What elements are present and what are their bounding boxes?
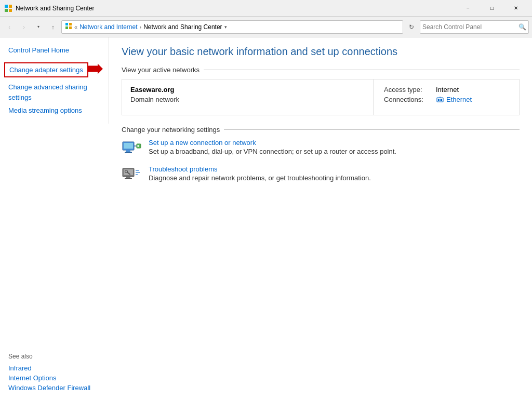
recent-button[interactable]: ▾ bbox=[32, 21, 45, 33]
svg-rect-7 bbox=[69, 26, 72, 29]
breadcrumb-sep: « bbox=[74, 24, 77, 30]
network-type: Domain network bbox=[130, 96, 365, 103]
content-area: View your basic network information and … bbox=[109, 37, 532, 399]
svg-rect-25 bbox=[125, 178, 132, 179]
sidebar-wrapper: Control Panel Home Change adapter settin… bbox=[0, 37, 109, 399]
search-input[interactable] bbox=[422, 23, 518, 31]
access-type-value: Internet bbox=[436, 86, 459, 94]
ethernet-icon bbox=[436, 96, 444, 103]
breadcrumb-icon bbox=[65, 22, 72, 31]
svg-rect-17 bbox=[125, 152, 132, 153]
see-also-firewall[interactable]: Windows Defender Firewall bbox=[8, 383, 101, 393]
svg-marker-8 bbox=[88, 64, 103, 74]
refresh-button[interactable]: ↻ bbox=[405, 21, 418, 33]
troubleshoot-text: Troubleshoot problems Diagnose and repai… bbox=[149, 165, 371, 182]
see-also-label: See also bbox=[8, 353, 101, 360]
window-controls: − □ ✕ bbox=[456, 0, 528, 17]
search-icon[interactable]: 🔍 bbox=[518, 23, 526, 31]
access-type-label: Access type: bbox=[384, 86, 436, 94]
network-left: Easeware.org Domain network bbox=[122, 79, 374, 115]
breadcrumb-arrow: › bbox=[140, 24, 142, 30]
svg-rect-6 bbox=[65, 26, 68, 29]
window-title: Network and Sharing Center bbox=[16, 5, 456, 12]
addressbar: ‹ › ▾ ↑ « Network and Internet › Network… bbox=[0, 17, 532, 37]
svg-rect-0 bbox=[5, 5, 8, 8]
minimize-button[interactable]: − bbox=[456, 0, 480, 17]
troubleshoot-icon-svg bbox=[122, 166, 142, 183]
new-connection-desc: Set up a broadband, dial-up, or VPN conn… bbox=[149, 148, 396, 155]
svg-rect-10 bbox=[438, 99, 439, 101]
svg-rect-12 bbox=[441, 99, 442, 101]
up-button[interactable]: ↑ bbox=[47, 21, 59, 33]
connections-label: Connections: bbox=[384, 96, 436, 103]
svg-rect-1 bbox=[9, 5, 12, 8]
connections-value[interactable]: Ethernet bbox=[436, 96, 472, 103]
connections-row: Connections: Ethernet bbox=[384, 96, 509, 103]
window-icon bbox=[4, 4, 12, 12]
breadcrumb-bar: « Network and Internet › Network and Sha… bbox=[61, 20, 403, 34]
troubleshoot-item: Troubleshoot problems Diagnose and repai… bbox=[122, 165, 520, 183]
network-info-box: Easeware.org Domain network Access type:… bbox=[122, 79, 520, 115]
troubleshoot-icon bbox=[122, 165, 142, 183]
svg-rect-5 bbox=[69, 23, 72, 25]
svg-rect-11 bbox=[440, 99, 441, 101]
close-button[interactable]: ✕ bbox=[504, 0, 528, 17]
new-connection-icon-svg bbox=[122, 140, 142, 156]
networking-settings-header: Change your networking settings bbox=[122, 126, 520, 134]
sidebar-streaming-link[interactable]: Media streaming options bbox=[0, 104, 109, 117]
sidebar-advanced-link[interactable]: Change advanced sharing settings bbox=[0, 81, 109, 104]
highlight-arrow bbox=[88, 64, 103, 76]
page-title: View your basic network information and … bbox=[122, 46, 520, 58]
titlebar: Network and Sharing Center − □ ✕ bbox=[0, 0, 532, 17]
svg-rect-24 bbox=[126, 177, 130, 178]
maximize-button[interactable]: □ bbox=[480, 0, 504, 17]
svg-rect-15 bbox=[124, 143, 133, 149]
svg-rect-2 bbox=[5, 9, 8, 12]
svg-rect-3 bbox=[9, 9, 12, 12]
breadcrumb-network-internet[interactable]: Network and Internet bbox=[79, 23, 137, 31]
search-bar: 🔍 bbox=[420, 20, 529, 34]
breadcrumb-dropdown[interactable]: ▾ bbox=[224, 24, 227, 30]
see-also-section: See also Infrared Internet Options Windo… bbox=[0, 347, 109, 399]
back-button[interactable]: ‹ bbox=[3, 21, 16, 33]
sidebar-adapter-link[interactable]: Change adapter settings bbox=[9, 65, 83, 75]
see-also-infrared[interactable]: Infrared bbox=[8, 363, 101, 373]
breadcrumb-current: Network and Sharing Center bbox=[143, 23, 222, 31]
troubleshoot-link[interactable]: Troubleshoot problems bbox=[149, 165, 371, 173]
svg-rect-16 bbox=[126, 150, 130, 152]
network-right: Access type: Internet Connections: Eth bbox=[374, 79, 519, 115]
new-connection-item: Set up a new connection or network Set u… bbox=[122, 139, 520, 157]
troubleshoot-desc: Diagnose and repair network problems, or… bbox=[149, 174, 371, 182]
networking-section: Set up a new connection or network Set u… bbox=[122, 139, 520, 183]
sidebar: Control Panel Home Change adapter settin… bbox=[0, 37, 109, 124]
new-connection-icon bbox=[122, 139, 142, 157]
forward-button[interactable]: › bbox=[18, 21, 30, 33]
new-connection-text: Set up a new connection or network Set u… bbox=[149, 139, 396, 155]
access-type-row: Access type: Internet bbox=[384, 86, 509, 94]
active-networks-header: View your active networks bbox=[122, 66, 520, 74]
new-connection-link[interactable]: Set up a new connection or network bbox=[149, 139, 396, 147]
network-name: Easeware.org bbox=[130, 86, 365, 94]
main-layout: Control Panel Home Change adapter settin… bbox=[0, 37, 532, 399]
svg-rect-4 bbox=[65, 23, 68, 25]
see-also-internet-options[interactable]: Internet Options bbox=[8, 373, 101, 383]
sidebar-home-link[interactable]: Control Panel Home bbox=[0, 44, 109, 57]
